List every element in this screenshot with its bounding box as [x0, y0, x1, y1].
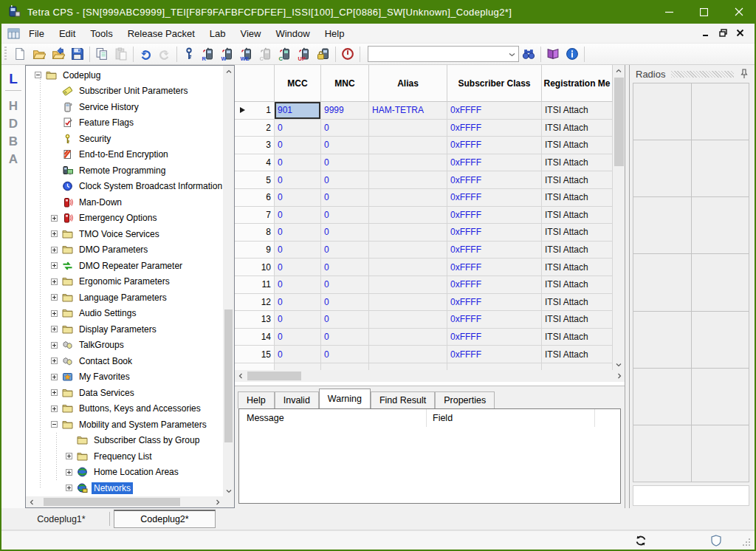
- radio-slot[interactable]: [692, 254, 750, 311]
- tab-find-result[interactable]: Find Result: [371, 391, 435, 408]
- grid-cell-mnc[interactable]: 0: [321, 346, 369, 363]
- tree-item[interactable]: Display Parameters: [26, 321, 222, 338]
- grid-cell-alias[interactable]: [369, 329, 447, 346]
- grid-cell-alias[interactable]: [369, 276, 447, 294]
- grid-cell-subscriber_class[interactable]: 0xFFFF: [447, 346, 542, 363]
- grid-cell-alias[interactable]: [369, 294, 447, 312]
- grid-cell-mcc[interactable]: 0: [275, 224, 321, 242]
- grid-cell-registration[interactable]: ITSI Attach: [542, 171, 613, 189]
- table-vertical-scrollbar[interactable]: [613, 65, 625, 370]
- tree-item[interactable]: Home Location Areas: [26, 465, 222, 481]
- tree-item[interactable]: Service History: [26, 99, 222, 115]
- grid-cell-registration[interactable]: ITSI Attach: [542, 120, 613, 137]
- radio-slot[interactable]: [633, 254, 692, 311]
- grid-cell-subscriber_class[interactable]: 0xFFFF: [447, 294, 542, 312]
- grid-cell-mcc[interactable]: 0: [275, 154, 321, 172]
- grid-cell-registration[interactable]: ITSI Attach: [542, 224, 613, 242]
- tree-item[interactable]: Feature Flags: [26, 115, 222, 131]
- row-header[interactable]: 15: [235, 346, 275, 363]
- menu-tools[interactable]: Tools: [83, 24, 120, 43]
- tree-vertical-scrollbar[interactable]: [223, 66, 234, 496]
- write-enhanced-radio-icon[interactable]: WE: [238, 45, 255, 63]
- row-header[interactable]: 13: [235, 311, 275, 329]
- grid-cell-mnc[interactable]: 0: [321, 329, 369, 346]
- row-header[interactable]: 7: [235, 207, 275, 225]
- tree-expander-plus[interactable]: [51, 326, 58, 332]
- row-header[interactable]: 10: [235, 259, 275, 276]
- row-header[interactable]: 3: [235, 137, 275, 154]
- grid-cell-registration[interactable]: ITSI Attach: [542, 346, 613, 363]
- grid-cell-subscriber_class[interactable]: 0xFFFF: [447, 102, 542, 120]
- scroll-down-button[interactable]: [223, 485, 234, 496]
- menu-view[interactable]: View: [233, 24, 268, 43]
- row-header[interactable]: 2: [235, 120, 275, 137]
- scroll-right-button[interactable]: [212, 496, 223, 507]
- field-column-header[interactable]: Field: [427, 409, 595, 427]
- grid-cell-mnc[interactable]: 0: [321, 294, 369, 312]
- grid-cell-mnc[interactable]: 0: [321, 120, 369, 137]
- tree-item[interactable]: Audio Settings: [26, 306, 222, 322]
- tree-expander-plus[interactable]: [51, 278, 58, 285]
- save-codeplug-icon[interactable]: [69, 45, 86, 63]
- grid-cell-mnc[interactable]: 0: [321, 171, 369, 189]
- radio-slot[interactable]: [633, 140, 692, 197]
- tree-item[interactable]: DMO Repeater Parameter: [26, 258, 222, 274]
- read-radio-icon[interactable]: R: [199, 45, 217, 63]
- tab-warning[interactable]: Warning: [319, 389, 371, 408]
- radio-slot[interactable]: [633, 83, 692, 140]
- tree-item[interactable]: TMO Voice Services: [26, 226, 222, 242]
- tree-expander-plus[interactable]: [51, 215, 58, 222]
- scroll-up-button[interactable]: [223, 66, 234, 77]
- tab-codeplug2[interactable]: Codeplug2*: [114, 510, 216, 528]
- rail-letter-d[interactable]: D: [1, 117, 25, 131]
- grid-cell-mnc[interactable]: 0: [321, 154, 369, 172]
- tree-expander-plus[interactable]: [51, 342, 58, 349]
- tree-expander-minus[interactable]: [51, 421, 58, 428]
- grid-cell-registration[interactable]: ITSI Attach: [542, 207, 613, 225]
- grid-cell-alias[interactable]: HAM-TETRA: [369, 102, 447, 120]
- tree-item[interactable]: Subscriber Unit Parameters: [26, 83, 222, 100]
- tab-invalid[interactable]: Invalid: [275, 391, 319, 408]
- menu-help[interactable]: Help: [317, 24, 352, 43]
- grid-cell-subscriber_class[interactable]: 0xFFFF: [447, 259, 542, 276]
- find-icon[interactable]: [520, 45, 537, 63]
- upgrade-radio-icon[interactable]: UP: [295, 45, 313, 63]
- scroll-up-button[interactable]: [613, 65, 624, 76]
- grid-cell-mnc[interactable]: 0: [321, 189, 369, 207]
- grid-cell-mcc[interactable]: 0: [275, 259, 321, 276]
- tree-item[interactable]: Contact Book: [26, 353, 222, 369]
- tree-item[interactable]: Codeplug: [26, 67, 222, 83]
- tree-item[interactable]: Ergonomic Parameters: [26, 274, 222, 290]
- row-header[interactable]: 8: [235, 224, 275, 242]
- grid-cell-mnc[interactable]: 0: [321, 224, 369, 242]
- grid-cell-mcc[interactable]: 0: [275, 171, 321, 189]
- tree-expander-plus[interactable]: [51, 247, 58, 253]
- grid-corner[interactable]: [235, 65, 275, 102]
- tree-item[interactable]: My Favorites: [26, 369, 222, 386]
- grid-cell-alias[interactable]: [369, 120, 447, 137]
- grid-cell-registration[interactable]: ITSI Attach: [542, 154, 613, 172]
- new-codeplug-icon[interactable]: [11, 45, 29, 63]
- grid-cell-mcc[interactable]: 0: [275, 311, 321, 329]
- rail-letter-l[interactable]: L: [1, 71, 25, 87]
- scroll-thumb[interactable]: [224, 309, 233, 442]
- tree-expander-plus[interactable]: [66, 453, 72, 459]
- grid-cell-mnc[interactable]: 0: [321, 207, 369, 225]
- tree-item[interactable]: Remote Programming: [26, 162, 222, 179]
- radio-slot[interactable]: [692, 312, 750, 369]
- tab-help[interactable]: Help: [238, 391, 275, 408]
- grid-cell-registration[interactable]: ITSI Attach: [542, 102, 613, 120]
- grid-cell-registration[interactable]: ITSI Attach: [542, 294, 613, 312]
- scroll-left-button[interactable]: [26, 496, 37, 507]
- grid-cell-registration[interactable]: ITSI Attach: [542, 259, 613, 276]
- grid-cell-subscriber_class[interactable]: 0xFFFF: [447, 329, 542, 346]
- grid-cell-subscriber_class[interactable]: 0xFFFF: [447, 224, 542, 242]
- tree-expander-plus[interactable]: [66, 485, 72, 491]
- row-header[interactable]: 9: [235, 242, 275, 259]
- column-header-mcc[interactable]: MCC: [275, 65, 321, 102]
- tree-item[interactable]: Man-Down: [26, 194, 222, 211]
- grid-cell-subscriber_class[interactable]: 0xFFFF: [447, 120, 542, 137]
- mdi-restore-button[interactable]: [719, 27, 727, 40]
- minimize-button[interactable]: [652, 0, 687, 24]
- menu-file[interactable]: File: [21, 24, 52, 43]
